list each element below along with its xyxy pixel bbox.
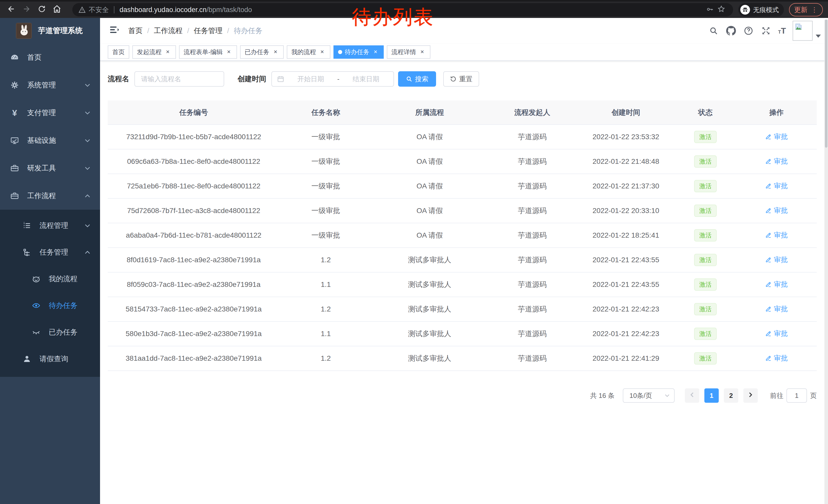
not-secure-icon xyxy=(79,6,86,13)
app-logo-row[interactable]: 芋道管理系统 xyxy=(0,18,100,44)
table-row: 58154733-7ac8-11ec-a9e2-a2380e71991a1.2测… xyxy=(108,297,817,321)
breadcrumb-item-工作流程[interactable]: 工作流程 xyxy=(154,26,182,36)
eye-closed-icon xyxy=(32,328,41,336)
search-button[interactable]: 搜索 xyxy=(398,71,436,87)
close-icon[interactable]: × xyxy=(225,48,233,56)
browser-reload-button[interactable] xyxy=(36,3,48,16)
sidebar-item-我的流程[interactable]: 我的流程 xyxy=(0,266,100,292)
hamburger-icon xyxy=(109,25,120,37)
sidebar-item-label: 任务管理 xyxy=(40,247,68,257)
browser-update-button[interactable]: 更新 ⋮ xyxy=(789,3,823,16)
approve-link[interactable]: 审批 xyxy=(765,181,788,190)
action-cell: 审批 xyxy=(736,125,817,149)
create-time: 2022-01-21 22:42:23 xyxy=(577,297,675,321)
action-cell: 审批 xyxy=(736,149,817,174)
browser-home-button[interactable] xyxy=(51,3,64,16)
approve-link[interactable]: 审批 xyxy=(765,206,788,215)
scrollbar-thumb[interactable] xyxy=(825,19,827,148)
sidebar-item-工作流程[interactable]: 工作流程 xyxy=(0,182,100,210)
github-icon[interactable] xyxy=(726,26,736,36)
approve-link[interactable]: 审批 xyxy=(765,230,788,240)
close-icon[interactable]: × xyxy=(372,48,379,56)
breadcrumb-item-待办任务: 待办任务 xyxy=(234,26,262,36)
close-icon[interactable]: × xyxy=(319,48,326,56)
tab-发起流程[interactable]: 发起流程× xyxy=(132,45,176,59)
sidebar-item-label: 基础设施 xyxy=(27,136,56,145)
sidebar: 芋道管理系统 首页系统管理¥支付管理基础设施研发工具工作流程流程管理任务管理我的… xyxy=(0,18,100,504)
password-key-button[interactable] xyxy=(704,4,716,15)
create-time: 2022-01-21 22:42:23 xyxy=(577,321,675,346)
page-button-1[interactable]: 1 xyxy=(704,388,719,403)
column-header-操作: 操作 xyxy=(736,100,817,125)
list-icon xyxy=(23,221,31,230)
process-name: 测试多审批人 xyxy=(372,346,487,371)
update-label: 更新 xyxy=(794,5,808,14)
next-page-button[interactable] xyxy=(743,388,758,403)
page-size-select[interactable]: 10条/页 xyxy=(623,388,675,403)
approve-link[interactable]: 审批 xyxy=(765,329,788,338)
status-badge: 激活 xyxy=(694,278,717,291)
scrollbar[interactable] xyxy=(824,19,828,504)
page-number-list: 12 xyxy=(704,388,738,403)
task-id: 8f059c03-7ac8-11ec-a9e2-a2380e71991a xyxy=(108,272,280,297)
sidebar-item-任务管理[interactable]: 任务管理 xyxy=(0,239,100,266)
tab-流程详情[interactable]: 流程详情× xyxy=(387,45,430,59)
breadcrumb-item-任务管理[interactable]: 任务管理 xyxy=(194,26,223,36)
user-avatar-menu[interactable] xyxy=(793,21,821,41)
fullscreen-icon[interactable] xyxy=(760,26,771,36)
sidebar-collapse-button[interactable] xyxy=(109,25,120,36)
sidebar-item-支付管理[interactable]: ¥支付管理 xyxy=(0,99,100,127)
breadcrumb-item-首页[interactable]: 首页 xyxy=(128,26,142,36)
create-time: 2022-01-22 21:37:30 xyxy=(577,174,675,198)
close-icon[interactable]: × xyxy=(419,48,426,56)
tab-label: 流程详情 xyxy=(391,48,416,56)
tab-label: 我的流程 xyxy=(291,48,316,56)
prev-page-button[interactable] xyxy=(685,388,699,403)
toolbox-icon xyxy=(10,164,19,173)
initiator: 芋道源码 xyxy=(487,248,577,272)
sidebar-item-研发工具[interactable]: 研发工具 xyxy=(0,154,100,182)
reload-icon xyxy=(38,5,46,15)
browser-menu-icon[interactable]: ⋮ xyxy=(811,6,818,14)
approve-link[interactable]: 审批 xyxy=(765,354,788,363)
sidebar-item-流程管理[interactable]: 流程管理 xyxy=(0,212,100,239)
sidebar-item-系统管理[interactable]: 系统管理 xyxy=(0,71,100,99)
action-cell: 审批 xyxy=(736,248,817,272)
column-header-创建时间: 创建时间 xyxy=(577,100,675,125)
sidebar-item-待办任务[interactable]: 待办任务 xyxy=(0,292,100,319)
close-icon[interactable]: × xyxy=(272,48,279,56)
approve-link[interactable]: 审批 xyxy=(765,255,788,264)
tab-流程表单-编辑[interactable]: 流程表单-编辑× xyxy=(179,45,237,59)
approve-link[interactable]: 审批 xyxy=(765,280,788,289)
sidebar-item-基础设施[interactable]: 基础设施 xyxy=(0,127,100,154)
tab-label: 已办任务 xyxy=(245,48,269,56)
sidebar-item-已办任务[interactable]: 已办任务 xyxy=(0,319,100,346)
tab-待办任务[interactable]: 待办任务× xyxy=(333,45,384,59)
date-range-picker[interactable]: 开始日期 - 结束日期 xyxy=(272,71,394,87)
tab-我的流程[interactable]: 我的流程× xyxy=(287,45,330,59)
approve-link[interactable]: 审批 xyxy=(765,304,788,314)
search-icon[interactable] xyxy=(708,26,719,36)
sidebar-item-label: 研发工具 xyxy=(27,163,56,173)
approve-link[interactable]: 审批 xyxy=(765,132,788,141)
page-button-2[interactable]: 2 xyxy=(724,388,738,403)
create-time: 2022-01-22 20:33:10 xyxy=(577,198,675,223)
tab-已办任务[interactable]: 已办任务× xyxy=(240,45,284,59)
browser-forward-button[interactable] xyxy=(20,3,33,16)
annotation-title: 待办列表 xyxy=(352,4,434,31)
approve-link[interactable]: 审批 xyxy=(765,156,788,166)
help-icon[interactable] xyxy=(743,26,754,36)
bookmark-star-button[interactable] xyxy=(716,4,727,15)
process-name-input[interactable] xyxy=(134,71,224,87)
close-icon[interactable]: × xyxy=(164,48,171,56)
goto-page-input[interactable] xyxy=(786,388,807,403)
tab-首页[interactable]: 首页 xyxy=(108,45,129,59)
tab-label: 发起流程 xyxy=(137,48,162,56)
sidebar-item-首页[interactable]: 首页 xyxy=(0,44,100,71)
calendar-icon xyxy=(277,75,284,83)
process-name: OA 请假 xyxy=(372,223,487,248)
browser-back-button[interactable] xyxy=(5,3,17,16)
sidebar-item-请假查询[interactable]: 请假查询 xyxy=(0,346,100,372)
font-size-icon[interactable]: TT xyxy=(778,26,786,36)
reset-button[interactable]: 重置 xyxy=(443,71,479,87)
